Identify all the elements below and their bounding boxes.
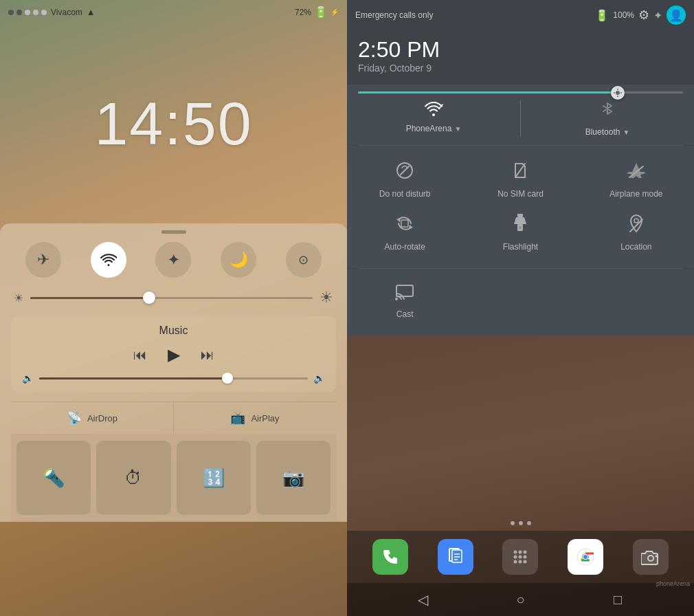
android-home-button[interactable]: ○	[509, 588, 531, 610]
svg-rect-9	[401, 220, 408, 227]
svg-point-25	[519, 551, 522, 554]
ios-control-center: ✈ ✦ 🌙 ⊙ ☀ ☀ Music	[0, 223, 347, 522]
svg-point-35	[583, 555, 587, 559]
ios-airplay-label: AirPlay	[251, 413, 279, 424]
android-conn-divider	[520, 100, 521, 137]
ios-charging-icon: ⚡	[331, 8, 339, 16]
ios-brightness-thumb[interactable]	[143, 292, 155, 304]
ios-wifi-toggle[interactable]	[91, 242, 126, 278]
svg-point-30	[514, 560, 517, 564]
android-airplane-toggle[interactable]: Airplane mode	[579, 151, 694, 204]
signal-dot-3	[25, 10, 30, 15]
ios-camera-shortcut[interactable]: 📷	[256, 441, 331, 515]
android-airplane-label: Airplane mode	[609, 189, 662, 199]
ios-brightness-fill	[30, 297, 149, 299]
android-nosim-label: No SIM card	[497, 189, 544, 199]
android-nosim-toggle[interactable]: No SIM card	[462, 151, 578, 204]
android-navbar: ◁ ○ □	[347, 583, 694, 616]
android-brightness-track[interactable]	[358, 91, 683, 94]
android-date: Friday, October 9	[358, 63, 683, 74]
android-cast-label: Cast	[396, 309, 414, 319]
android-wifi-label: PhoneArena ▼	[406, 124, 462, 133]
ios-carrier: Vivacom	[51, 8, 82, 17]
android-recents-button[interactable]: □	[607, 588, 629, 610]
svg-point-27	[514, 556, 517, 559]
ios-airplane-toggle[interactable]: ✈	[25, 242, 61, 278]
android-dock-camera[interactable]	[633, 539, 669, 575]
android-settings-button[interactable]: ⚙	[638, 8, 649, 23]
android-dock-phone[interactable]	[372, 539, 408, 575]
android-bluetooth-icon	[601, 100, 614, 124]
android-location-label: Location	[620, 242, 651, 252]
ios-clock: 14:50	[94, 89, 252, 159]
ios-wifi-icon: ▲	[87, 7, 96, 17]
android-brightness-fill	[358, 91, 618, 94]
svg-point-31	[519, 560, 522, 564]
android-bluetooth-item[interactable]: Bluetooth ▼	[532, 100, 683, 137]
ios-play-button[interactable]: ▶	[168, 345, 180, 364]
android-cast-grid: Cast	[347, 269, 694, 336]
svg-point-28	[519, 556, 522, 559]
ios-flashlight-shortcut[interactable]: 🔦	[16, 441, 91, 515]
android-cast-toggle[interactable]: Cast	[347, 274, 462, 324]
android-flashlight-label: Flashlight	[503, 242, 538, 252]
android-carrier: Emergency calls only	[355, 10, 433, 20]
svg-point-32	[524, 560, 527, 564]
svg-point-37	[655, 556, 657, 558]
svg-point-24	[514, 551, 517, 554]
ios-rewind-button[interactable]: ⏮	[133, 347, 147, 363]
android-dnd-label: Do not disturb	[379, 189, 431, 199]
ios-airdrop-button[interactable]: 📡 AirDrop	[11, 402, 174, 434]
ios-brightness-row: ☀ ☀	[11, 289, 336, 307]
svg-rect-20	[452, 550, 462, 562]
ios-brightness-min-icon: ☀	[14, 292, 23, 305]
ios-brightness-max-icon: ☀	[320, 289, 333, 307]
ios-battery-icon: 🔋	[314, 6, 328, 19]
ios-volume-min-icon: 🔈	[22, 373, 34, 384]
ios-shortcuts: 🔦 ⏱ 🔢 📷	[11, 434, 336, 522]
ios-volume-row: 🔈 🔊	[22, 373, 325, 384]
signal-dot-5	[41, 10, 47, 15]
ios-toggle-row: ✈ ✦ 🌙 ⊙	[11, 242, 336, 278]
android-status-right: 🔋 100% ⚙ ✦ 👤	[595, 6, 686, 25]
svg-rect-10	[517, 214, 523, 217]
android-autorotate-toggle[interactable]: Auto-rotate	[347, 204, 462, 257]
ios-timer-shortcut[interactable]: ⏱	[96, 441, 170, 515]
android-wifi-item[interactable]: PhoneArena ▼	[358, 100, 509, 137]
ios-dnd-toggle[interactable]: 🌙	[221, 242, 256, 278]
android-flashlight-toggle[interactable]: Flashlight	[462, 204, 578, 257]
svg-point-26	[524, 551, 527, 554]
ios-volume-track[interactable]	[39, 377, 308, 380]
ios-calculator-shortcut[interactable]: 🔢	[177, 441, 251, 515]
ios-battery-pct: 72%	[295, 8, 311, 17]
android-brightness-thumb[interactable]	[611, 86, 625, 100]
android-connectivity: PhoneArena ▼ Bluetooth ▼	[347, 100, 694, 145]
android-location-toggle[interactable]: Location	[579, 204, 694, 257]
ios-brightness-track[interactable]	[30, 297, 313, 299]
android-page-dots	[347, 516, 694, 531]
phonearena-watermark: phoneArena	[656, 580, 690, 587]
ios-airplay-button[interactable]: 📺 AirPlay	[174, 402, 336, 434]
android-quick-grid: Do not disturb No SIM card	[347, 146, 694, 268]
android-battery-icon: 🔋	[595, 9, 609, 22]
ios-volume-thumb[interactable]	[222, 373, 233, 384]
svg-rect-14	[396, 285, 413, 296]
android-dot-1	[511, 521, 515, 525]
android-dock-chrome[interactable]	[568, 539, 603, 575]
android-dock-docs[interactable]	[438, 539, 473, 575]
android-time-date: 2:50 PM Friday, October 9	[347, 30, 694, 85]
ios-orientation-toggle[interactable]: ⊙	[286, 242, 322, 278]
android-dock-apps[interactable]	[502, 539, 538, 575]
ios-share-row: 📡 AirDrop 📺 AirPlay	[11, 402, 336, 434]
android-user-avatar[interactable]: 👤	[667, 6, 686, 25]
ios-fastforward-button[interactable]: ⏭	[201, 347, 214, 363]
android-autorotate-label: Auto-rotate	[384, 242, 425, 252]
signal-dots	[8, 10, 47, 15]
ios-bluetooth-toggle[interactable]: ✦	[155, 242, 191, 278]
android-airplane-icon	[627, 161, 646, 185]
ios-airplay-icon: 📺	[230, 410, 245, 426]
android-status-bar: Emergency calls only 🔋 100% ⚙ ✦ 👤	[347, 0, 694, 30]
android-back-button[interactable]: ◁	[412, 588, 434, 610]
signal-dot-4	[33, 10, 38, 15]
android-dnd-toggle[interactable]: Do not disturb	[347, 151, 462, 204]
